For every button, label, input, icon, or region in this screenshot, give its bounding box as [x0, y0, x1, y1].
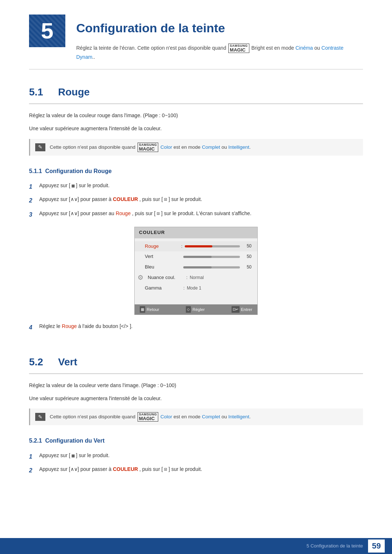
menu-item-gamma: Gamma : Mode 1 [135, 283, 257, 294]
section-52-note: Cette option n'est pas disponible quand … [29, 409, 363, 425]
section-52-desc2: Une valeur supérieure augmentera l'inten… [29, 394, 363, 403]
menu-gamma-label: Gamma [145, 284, 181, 292]
bleu-value: 50 [243, 264, 252, 271]
bleu-track [183, 266, 240, 268]
step-511-4: 4 Réglez le Rouge à l'aide du bouton [</… [29, 322, 363, 332]
complet-link-51[interactable]: Complet [202, 144, 220, 149]
steps-511-4: 4 Réglez le Rouge à l'aide du bouton [</… [29, 322, 363, 332]
rouge-value: 50 [243, 243, 252, 250]
vert-value: 50 [243, 253, 252, 260]
section-52-desc1: Réglez la valeur de la couleur verte dan… [29, 381, 363, 390]
menu-vert-label: Vert [145, 253, 181, 260]
subsection-511-title: 5.1.1 Configuration du Rouge [29, 167, 363, 176]
footer-retour: ▦ Retour [140, 306, 159, 313]
menu-nuance-label: Nuance coul. [148, 274, 184, 282]
menu-icon-step521-1: ▦ [72, 452, 75, 460]
footer-entrer: ⊡↵ Entrer [232, 306, 252, 313]
menu-rouge-slider: : 50 [181, 243, 252, 250]
steps-511: 1 Appuyez sur [ ▦ ] sur le produit. 2 Ap… [29, 181, 363, 219]
menu-item-rouge: Rouge : 50 [135, 241, 257, 252]
section-51-header: 5.1 Rouge [29, 84, 363, 104]
chapter-header: 5 Configuration de la teinte Réglez la t… [29, 15, 363, 70]
vert-fill [183, 256, 212, 258]
rouge-highlight-step3: Rouge [116, 210, 131, 216]
samsung-magic-color-logo-52: SAMSUNG MAGIC [138, 412, 159, 422]
chapter-title: Configuration de la teinte [76, 15, 363, 38]
couleur-highlight-step521-2: COULEUR [113, 466, 138, 472]
section-51-title: Rouge [58, 84, 90, 100]
section-51-desc2: Une valeur supérieure augmentera l'inten… [29, 124, 363, 133]
vert-track [183, 256, 240, 258]
step-511-3: 3 Appuyez sur [∧∨] pour passer au Rouge … [29, 209, 363, 219]
note-icon [35, 143, 45, 151]
section-52-title: Vert [58, 354, 77, 370]
steps-521: 1 Appuyez sur [ ▦ ] sur le produit. 2 Ap… [29, 451, 363, 475]
menu-bleu-label: Bleu [145, 263, 181, 271]
rouge-highlight-step4: Rouge [62, 323, 78, 329]
cinema-link[interactable]: Cinéma [295, 45, 313, 51]
step-511-1: 1 Appuyez sur [ ▦ ] sur le produit. [29, 181, 363, 192]
nuance-value: Normal [190, 274, 204, 281]
subsection-511: 5.1.1 Configuration du Rouge [29, 167, 363, 176]
color-link-52[interactable]: Color [160, 414, 172, 419]
page-footer: 5 Configuration de la teinte 59 [0, 538, 392, 554]
bleu-fill [183, 266, 212, 268]
regler-icon: ◇ [186, 306, 191, 313]
footer-regler: ◇ Régler [186, 306, 205, 313]
note-content: Cette option n'est pas disponible quand … [50, 143, 251, 152]
color-link-51[interactable]: Color [160, 144, 172, 149]
section-51-number: 5.1 [29, 84, 51, 100]
step-521-1: 1 Appuyez sur [ ▦ ] sur le produit. [29, 451, 363, 461]
enter-icon-step3: ⊡ [157, 210, 160, 218]
rouge-track [185, 245, 240, 247]
samsung-magic-bright-logo: SAMSUNG MAGIC [228, 44, 249, 53]
step-521-2: 2 Appuyez sur [∧∨] pour passer à COULEUR… [29, 465, 363, 475]
section-52-number: 5.2 [29, 354, 51, 370]
note-content-52: Cette option n'est pas disponible quand … [50, 412, 251, 422]
menu-item-nuance: ⚙ Nuance coul. : Normal [135, 272, 257, 283]
rouge-fill [185, 245, 212, 247]
chapter-intro: Réglez la teinte de l'écran. Cette optio… [76, 44, 363, 62]
step-511-2: 2 Appuyez sur [∧∨] pour passer à COULEUR… [29, 195, 363, 205]
menu-bleu-slider: 50 [181, 264, 252, 271]
gamma-value: Mode 1 [187, 285, 201, 292]
enter-icon-step521-2: ⊡ [164, 465, 167, 473]
intelligent-link-52[interactable]: Intelligent [228, 414, 249, 419]
section-51-desc1: Réglez la valeur de la couleur rouge dan… [29, 111, 363, 120]
couleur-menu: COULEUR Rouge : 50 Vert [134, 227, 258, 315]
subsection-521-title: 5.2.1 Configuration du Vert [29, 436, 363, 446]
chapter-number: 5 [29, 15, 65, 47]
complet-link-52[interactable]: Complet [202, 414, 220, 419]
enter-icon-step2: ⊡ [164, 196, 167, 204]
subsection-521: 5.2.1 Configuration du Vert [29, 436, 363, 446]
section-51-note: Cette option n'est pas disponible quand … [29, 139, 363, 156]
section-52-header: 5.2 Vert [29, 354, 363, 374]
note-icon-52 [35, 413, 45, 421]
retour-icon: ▦ [140, 306, 145, 313]
nuance-icon: ⚙ [138, 272, 143, 283]
menu-image: COULEUR Rouge : 50 Vert [29, 227, 363, 315]
menu-footer: ▦ Retour ◇ Régler ⊡↵ Entrer [135, 304, 257, 315]
menu-title: COULEUR [135, 227, 257, 238]
couleur-highlight-step2: COULEUR [113, 196, 138, 202]
menu-body: Rouge : 50 Vert [135, 238, 257, 303]
entrer-icon: ⊡↵ [232, 306, 240, 313]
menu-vert-slider: 50 [181, 253, 252, 260]
samsung-magic-color-logo-51: SAMSUNG MAGIC [138, 143, 159, 152]
menu-icon-step1: ▦ [72, 182, 75, 190]
menu-item-bleu: Bleu 50 [135, 262, 257, 272]
menu-rouge-label: Rouge [145, 243, 181, 250]
intelligent-link-51[interactable]: Intelligent [228, 144, 249, 149]
footer-label: 5 Configuration de la teinte [307, 542, 363, 550]
menu-item-vert: Vert 50 [135, 251, 257, 262]
footer-page-number: 59 [368, 539, 385, 553]
